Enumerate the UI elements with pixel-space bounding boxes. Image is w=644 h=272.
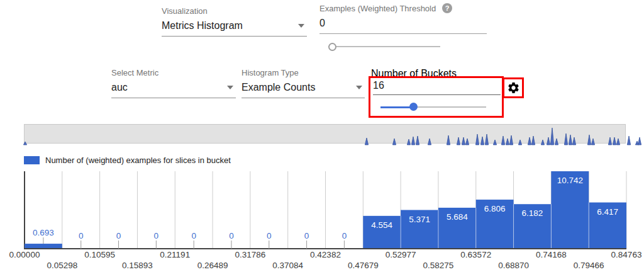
- select-metric-value-row[interactable]: auc: [111, 81, 236, 98]
- settings-highlight-box: [502, 77, 524, 98]
- svg-text:0: 0: [191, 231, 196, 241]
- svg-text:6.806: 6.806: [484, 204, 506, 213]
- threshold-label: Examples (Weighted) Threshold: [319, 4, 436, 13]
- svg-text:0.15893: 0.15893: [122, 261, 153, 270]
- svg-text:0.42382: 0.42382: [310, 250, 341, 259]
- gear-icon[interactable]: [507, 81, 520, 94]
- svg-text:0.84763: 0.84763: [611, 250, 642, 259]
- histogram-type-select[interactable]: Histogram Type Example Counts: [242, 68, 365, 98]
- svg-text:6.182: 6.182: [522, 208, 543, 218]
- chevron-down-icon: [356, 86, 362, 89]
- threshold-field: Examples (Weighted) Threshold ? 0: [319, 3, 487, 51]
- svg-text:0: 0: [116, 231, 121, 241]
- svg-text:4.554: 4.554: [371, 220, 392, 230]
- select-metric-label: Select Metric: [111, 68, 236, 77]
- metrics-histogram-chart[interactable]: 0.693000000004.5545.3715.6846.8066.18210…: [0, 170, 644, 272]
- svg-text:0.52977: 0.52977: [386, 250, 416, 259]
- buckets-slider[interactable]: [380, 103, 486, 111]
- svg-text:0.74168: 0.74168: [536, 250, 567, 259]
- svg-text:5.684: 5.684: [447, 212, 468, 222]
- buckets-slider-fill: [380, 106, 413, 108]
- svg-text:0.05298: 0.05298: [47, 261, 77, 270]
- legend-label: Number of (weighted) examples for slices…: [45, 156, 231, 165]
- select-metric-value: auc: [111, 81, 128, 94]
- histogram-type-value: Example Counts: [242, 81, 315, 94]
- svg-text:0: 0: [79, 231, 84, 241]
- buckets-input[interactable]: 16: [373, 79, 501, 95]
- histogram-overview-strip[interactable]: [24, 124, 626, 144]
- buckets-slider-thumb[interactable]: [409, 103, 418, 111]
- chevron-down-icon: [227, 86, 233, 89]
- histogram-type-label: Histogram Type: [242, 68, 365, 77]
- svg-text:0.47679: 0.47679: [348, 261, 379, 270]
- visualization-select[interactable]: Visualization Metrics Histogram: [162, 6, 307, 37]
- svg-text:0.21191: 0.21191: [160, 250, 190, 259]
- visualization-value-row[interactable]: Metrics Histogram: [162, 19, 307, 37]
- svg-text:0.63572: 0.63572: [460, 250, 491, 259]
- select-metric-select[interactable]: Select Metric auc: [111, 68, 236, 98]
- svg-text:0: 0: [229, 231, 234, 241]
- svg-text:0: 0: [154, 231, 159, 241]
- svg-text:0.58275: 0.58275: [423, 261, 454, 270]
- svg-text:0.31786: 0.31786: [235, 250, 265, 259]
- legend-color-swatch: [24, 156, 40, 164]
- svg-text:0.10595: 0.10595: [84, 250, 115, 259]
- svg-text:0.68870: 0.68870: [498, 261, 529, 270]
- threshold-input[interactable]: 0: [319, 16, 487, 34]
- svg-text:0.00000: 0.00000: [9, 250, 40, 259]
- visualization-value: Metrics Histogram: [162, 19, 243, 33]
- histogram-type-value-row[interactable]: Example Counts: [242, 81, 365, 98]
- visualization-label: Visualization: [162, 6, 307, 16]
- svg-text:0.37084: 0.37084: [272, 261, 303, 270]
- svg-text:10.742: 10.742: [557, 176, 583, 185]
- svg-text:0.693: 0.693: [33, 228, 54, 237]
- chevron-down-icon: [298, 24, 304, 28]
- threshold-value: 0: [319, 16, 325, 30]
- svg-text:6.417: 6.417: [597, 207, 618, 217]
- threshold-slider-track[interactable]: [328, 46, 440, 47]
- svg-text:0: 0: [267, 231, 272, 241]
- svg-text:0.79466: 0.79466: [574, 261, 604, 270]
- svg-text:0: 0: [342, 231, 347, 241]
- threshold-slider-thumb[interactable]: [328, 43, 336, 51]
- help-icon[interactable]: ?: [442, 3, 452, 13]
- svg-text:0: 0: [304, 231, 309, 241]
- buckets-value: 16: [373, 79, 384, 93]
- chart-legend: Number of (weighted) examples for slices…: [24, 156, 231, 165]
- svg-text:0.26489: 0.26489: [197, 261, 228, 270]
- metrics-histogram-app: Visualization Metrics Histogram Examples…: [0, 0, 644, 272]
- buckets-highlight-box: 16: [369, 76, 504, 118]
- svg-text:5.371: 5.371: [409, 215, 430, 224]
- threshold-slider[interactable]: [328, 42, 440, 51]
